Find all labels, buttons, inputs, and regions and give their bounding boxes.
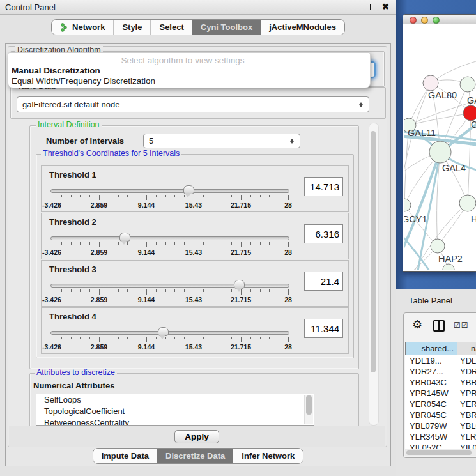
cell-shared-name[interactable]: YIL052C [405,442,457,449]
close-icon[interactable]: ✖ [382,2,389,12]
cell-name[interactable]: YIL0 [457,442,476,449]
stepper-arrows-icon [288,136,296,146]
cell-name[interactable]: YPR1 [457,388,476,399]
cell-shared-name[interactable]: YBR043C [405,377,457,388]
threshold-slider[interactable]: -3.4262.8599.14415.4321.71528 [50,236,289,257]
network-graph: GAL80GALCGAL11GAL4GCY1HHAP2 [404,24,476,270]
apply-button[interactable]: Apply [174,430,219,443]
table-row[interactable]: YDR27...YDR2 [405,366,476,377]
tab-cyni-toolbox[interactable]: Cyni Toolbox [192,20,261,35]
scrollbar-thumb[interactable] [406,450,472,455]
threshold-value-input[interactable] [304,272,343,291]
num-intervals-combo[interactable]: 5 [143,134,300,148]
table-row[interactable]: YIL052CYIL0 [405,442,476,449]
float-window-icon[interactable] [370,4,376,10]
attributes-list-scrollbar[interactable] [304,395,313,424]
cell-shared-name[interactable]: YLR345W [405,431,457,442]
tab-style[interactable]: Style [113,20,150,35]
cell-shared-name[interactable]: YBL079W [405,420,457,431]
cell-name[interactable]: YBL0 [457,420,476,431]
network-node-label: GCY1 [404,214,427,224]
numerical-attributes-list[interactable]: SelfLoopsTopologicalCoefficientBetweenne… [36,394,314,426]
cell-name[interactable]: YBR0 [457,410,476,420]
thresholds-group-label: Threshold's Coordinates for 5 Intervals [41,150,181,158]
cell-shared-name[interactable]: YPR145W [405,388,457,399]
threshold-slider[interactable]: -3.4262.8599.14415.4321.71528 [50,284,289,304]
network-node[interactable] [404,199,411,211]
attributes-group-label: Attributes to discretize [35,369,117,377]
threshold-value-input[interactable] [304,319,343,338]
checkboxes-icon[interactable]: ☑☑ [454,321,469,330]
cell-shared-name[interactable]: YDR27... [405,366,457,377]
slider-ticks [52,337,288,342]
attribute-list-item[interactable]: SelfLoops [36,394,314,406]
table-row[interactable]: YDL19...YDL1 [405,355,476,366]
table-horizontal-scrollbar[interactable] [405,449,476,456]
column-header-shared[interactable]: shared... [405,342,457,355]
network-node-label: HAP2 [438,254,463,264]
table-row[interactable]: YBR045CYBR0 [405,410,476,420]
thresholds-list: Threshold 1-3.4262.8599.14415.4321.71528… [41,165,349,355]
cell-name[interactable]: YER0 [457,399,476,410]
cell-shared-name[interactable]: YER054C [405,399,457,410]
table-row[interactable]: YBR043CYBR0 [405,377,476,388]
network-node[interactable] [463,105,476,121]
stepper-arrows-icon [357,100,365,110]
bottom-tab-group: Impute Data Discretize Data Infer Networ… [93,448,304,464]
cell-shared-name[interactable]: YDL19... [405,355,457,366]
threshold-block: Threshold 4-3.4262.8599.14415.4321.71528 [41,307,349,354]
cell-shared-name[interactable]: YBR045C [405,410,457,420]
table-row[interactable]: YPR145WYPR1 [405,388,476,399]
tab-impute-data[interactable]: Impute Data [93,449,157,463]
mac-zoom-light[interactable] [433,17,440,24]
slider-ticks [52,242,288,248]
mac-minimize-light[interactable] [421,17,428,24]
threshold-value-input[interactable] [304,177,343,196]
split-view-icon[interactable] [433,320,445,332]
column-header-name[interactable]: na [457,342,476,355]
network-node[interactable] [459,195,476,211]
tab-network[interactable]: Network [52,20,113,35]
network-node-label: GAL80 [428,90,457,100]
mac-close-light[interactable] [410,17,417,24]
tab-select[interactable]: Select [150,20,192,35]
slider-track [50,331,289,335]
table-row[interactable]: YER054CYER0 [405,399,476,410]
table-data-combo[interactable]: galFiltered.sif default node [17,96,369,112]
attribute-list-item[interactable]: TopologicalCoefficient [36,406,314,417]
network-window-titlebar[interactable] [403,15,476,24]
slider-thumb[interactable] [183,185,194,194]
table-panel-title: Table Panel [409,296,452,305]
threshold-slider[interactable]: -3.4262.8599.14415.4321.71528 [50,331,289,351]
gear-icon[interactable]: ⚙ [412,319,422,330]
scrollbar-thumb[interactable] [371,131,376,372]
tab-jactivemnodules[interactable]: jActiveMNodules [261,20,344,35]
tab-infer-network[interactable]: Infer Network [233,449,303,463]
scrollbar-thumb[interactable] [306,395,312,415]
slider-thumb[interactable] [234,280,245,289]
cell-name[interactable]: YLR3 [457,431,476,442]
tab-discretize-data[interactable]: Discretize Data [157,449,233,463]
table-row[interactable]: YBL079WYBL0 [405,420,476,431]
network-node[interactable] [443,264,454,270]
attribute-list-item[interactable]: BetweennessCentrality [36,417,314,426]
panel-vertical-scrollbar[interactable] [369,123,379,426]
dropdown-option-manual[interactable]: Manual Discretization [12,66,100,75]
network-node[interactable] [431,239,445,253]
slider-thumb[interactable] [158,327,169,336]
table-row[interactable]: YLR345WYLR3 [405,431,476,442]
network-node[interactable] [423,75,438,91]
cell-name[interactable]: YDR2 [457,366,476,377]
network-canvas[interactable]: GAL80GALCGAL11GAL4GCY1HHAP2 [404,24,476,270]
dropdown-option-equal-width[interactable]: Equal Width/Frequency Discretization [12,76,155,86]
network-node[interactable] [429,141,451,163]
threshold-slider[interactable]: -3.4262.8599.14415.4321.71528 [50,189,289,210]
threshold-value-input[interactable] [304,224,343,243]
attr-items: SelfLoopsTopologicalCoefficientBetweenne… [36,394,314,426]
slider-track [50,236,289,240]
network-node[interactable] [460,77,475,92]
slider-thumb[interactable] [119,233,130,242]
cell-name[interactable]: YDL1 [457,355,476,366]
cell-name[interactable]: YBR0 [457,377,476,388]
control-panel-titlebar: Control Panel ✖ [0,0,396,15]
